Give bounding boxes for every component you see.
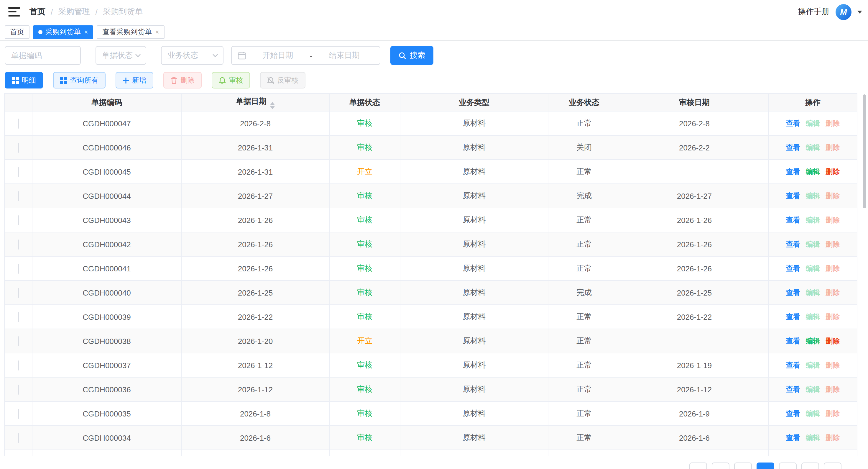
cell-doc-status: 审核: [329, 232, 400, 256]
edit-link[interactable]: 编辑: [806, 385, 820, 393]
delete-link[interactable]: 删除: [826, 409, 840, 417]
close-icon[interactable]: ×: [84, 28, 88, 35]
delete-link[interactable]: 删除: [826, 216, 840, 224]
delete-button[interactable]: 删除: [163, 72, 202, 88]
view-link[interactable]: 查看: [786, 288, 800, 296]
view-link[interactable]: 查看: [786, 143, 800, 151]
doc-status-select[interactable]: 单据状态: [96, 46, 146, 65]
edit-link[interactable]: 编辑: [806, 119, 820, 127]
tab-view-purchase-arrival[interactable]: 查看采购到货单 ×: [97, 25, 164, 39]
row-checkbox[interactable]: [18, 384, 19, 394]
cell-biz-status: 正常: [548, 159, 620, 184]
view-link[interactable]: 查看: [786, 312, 800, 321]
row-checkbox[interactable]: [18, 360, 19, 370]
row-checkbox[interactable]: [18, 336, 19, 346]
header-doc-date[interactable]: 单据日期: [181, 93, 329, 111]
search-button[interactable]: 搜索: [390, 46, 433, 65]
table-scrollbar-thumb[interactable]: [863, 94, 866, 208]
view-link[interactable]: 查看: [786, 336, 800, 345]
close-icon[interactable]: ×: [155, 28, 159, 35]
cell-doc-date: 2026-1-12: [181, 377, 329, 402]
breadcrumb-home[interactable]: 首页: [30, 6, 45, 17]
row-checkbox[interactable]: [18, 433, 19, 443]
edit-link[interactable]: 编辑: [806, 433, 820, 442]
delete-link[interactable]: 删除: [826, 143, 840, 151]
edit-link[interactable]: 编辑: [806, 288, 820, 296]
tab-home[interactable]: 首页: [5, 25, 30, 39]
edit-link[interactable]: 编辑: [806, 167, 820, 176]
chevron-down-icon[interactable]: [857, 10, 862, 13]
row-checkbox[interactable]: [18, 143, 19, 152]
page-button[interactable]: [734, 463, 752, 469]
view-link[interactable]: 查看: [786, 167, 800, 176]
unaudit-button[interactable]: 反审核: [260, 72, 305, 88]
view-link[interactable]: 查看: [786, 385, 800, 393]
page-button[interactable]: [801, 463, 819, 469]
cell-doc-status: 审核: [329, 111, 400, 136]
view-link[interactable]: 查看: [786, 119, 800, 127]
view-link[interactable]: 查看: [786, 361, 800, 369]
query-all-button[interactable]: 查询所有: [53, 72, 105, 88]
cell-doc-status: 审核: [329, 281, 400, 305]
audit-button[interactable]: 审核: [212, 72, 250, 88]
page-next-button[interactable]: [824, 463, 841, 469]
edit-link[interactable]: 编辑: [806, 192, 820, 200]
edit-link[interactable]: 编辑: [806, 264, 820, 272]
delete-link[interactable]: 删除: [826, 288, 840, 296]
breadcrumb-purchase-mgmt[interactable]: 采购管理: [58, 6, 90, 17]
cell-doc-status: 审核: [329, 402, 400, 426]
edit-link[interactable]: 编辑: [806, 143, 820, 151]
start-date-input[interactable]: 开始日期: [248, 50, 308, 61]
collapse-menu-icon[interactable]: [8, 7, 20, 17]
date-range-picker[interactable]: 开始日期 - 结束日期: [231, 46, 380, 65]
view-link[interactable]: 查看: [786, 264, 800, 272]
table-row: CGDH000043 2026-1-26 审核 原材料 正常 2026-1-26…: [4, 208, 857, 232]
delete-link[interactable]: 删除: [826, 264, 840, 272]
detail-button[interactable]: 明细: [5, 72, 43, 88]
delete-link[interactable]: 删除: [826, 433, 840, 442]
add-button[interactable]: 新增: [116, 72, 153, 88]
doc-code-input[interactable]: [5, 46, 81, 65]
row-checkbox[interactable]: [18, 239, 19, 249]
delete-link[interactable]: 删除: [826, 167, 840, 176]
tab-purchase-arrival[interactable]: 采购到货单 ×: [33, 25, 93, 39]
app-logo-avatar[interactable]: M: [836, 4, 851, 20]
cell-doc-date: 2026-1-22: [181, 305, 329, 329]
delete-link[interactable]: 删除: [826, 361, 840, 369]
row-checkbox[interactable]: [18, 312, 19, 322]
cell-doc-status: 审核: [329, 353, 400, 377]
view-link[interactable]: 查看: [786, 192, 800, 200]
edit-link[interactable]: 编辑: [806, 336, 820, 345]
sort-icon[interactable]: [270, 102, 275, 109]
page-button[interactable]: [779, 463, 797, 469]
row-checkbox[interactable]: [18, 288, 19, 298]
row-checkbox[interactable]: [18, 409, 19, 418]
page-button[interactable]: [712, 463, 730, 469]
row-checkbox[interactable]: [18, 118, 19, 128]
view-link[interactable]: 查看: [786, 216, 800, 224]
view-link[interactable]: 查看: [786, 240, 800, 248]
edit-link[interactable]: 编辑: [806, 216, 820, 224]
edit-link[interactable]: 编辑: [806, 361, 820, 369]
edit-link[interactable]: 编辑: [806, 409, 820, 417]
view-link[interactable]: 查看: [786, 433, 800, 442]
end-date-input[interactable]: 结束日期: [315, 50, 374, 61]
delete-link[interactable]: 删除: [826, 385, 840, 393]
delete-link[interactable]: 删除: [826, 119, 840, 127]
row-checkbox[interactable]: [18, 191, 19, 201]
page-prev-button[interactable]: [689, 463, 707, 469]
delete-link[interactable]: 删除: [826, 312, 840, 321]
biz-status-select[interactable]: 业务状态: [161, 46, 223, 65]
row-checkbox[interactable]: [18, 215, 19, 225]
delete-link[interactable]: 删除: [826, 336, 840, 345]
page-button-active[interactable]: [756, 463, 774, 469]
row-checkbox[interactable]: [18, 167, 19, 177]
edit-link[interactable]: 编辑: [806, 240, 820, 248]
cell-operations: 查看 编辑 删除: [769, 136, 857, 159]
row-checkbox[interactable]: [18, 263, 19, 273]
delete-link[interactable]: 删除: [826, 192, 840, 200]
manual-link[interactable]: 操作手册: [798, 6, 830, 17]
view-link[interactable]: 查看: [786, 409, 800, 417]
delete-link[interactable]: 删除: [826, 240, 840, 248]
edit-link[interactable]: 编辑: [806, 312, 820, 321]
